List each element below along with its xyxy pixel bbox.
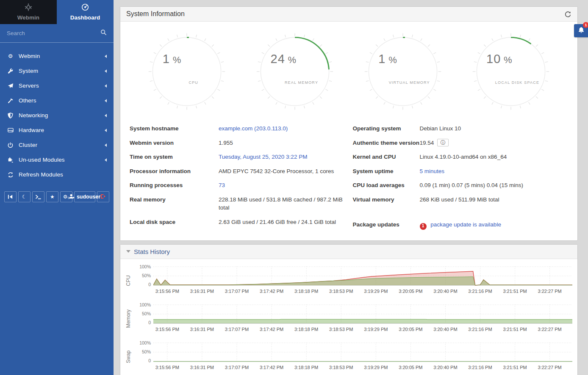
x-tick-label: 3:17:07 PM [225, 327, 249, 332]
search-input[interactable] [7, 30, 100, 36]
tab-webmin[interactable]: Webmin [0, 0, 57, 24]
refresh-icon[interactable] [564, 11, 571, 18]
x-tick-label: 3:22:27 PM [538, 289, 562, 294]
x-tick-label: 3:22:27 PM [538, 327, 562, 332]
info-row-os: Operating system Debian Linux 10 [353, 121, 571, 136]
notifications-button[interactable]: 1 [574, 24, 588, 37]
caret-left-icon [105, 158, 107, 162]
x-tick-label: 3:18:53 PM [329, 365, 353, 370]
sidebar-item-others[interactable]: Others [0, 93, 114, 108]
power-icon [7, 142, 14, 148]
tab-dashboard[interactable]: Dashboard [57, 0, 114, 24]
info-row-hostname: System hostname example.com (203.0.113.0… [130, 121, 348, 136]
info-row-theme-version: Authentic theme version 19.54 ⓘ [353, 136, 571, 150]
paper-plane-icon [7, 83, 14, 89]
x-tick-label: 3:18:18 PM [294, 365, 318, 370]
puzzle-icon [7, 157, 14, 163]
stats-history-header[interactable]: Stats History [120, 245, 577, 259]
gauge-real-memory-label: REAL MEMORY [285, 80, 318, 85]
dashboard-gauge-icon [81, 3, 89, 13]
x-tick-label: 3:20:05 PM [399, 365, 422, 370]
x-tick-label: 3:20:40 PM [433, 365, 457, 370]
gauge-local-disk-space-label: LOCAL DISK SPACE [495, 80, 539, 85]
wrench-icon [7, 68, 14, 74]
page-title: System Information [126, 10, 564, 18]
sidebar-menu: ⚙ Webmin System Servers Others [0, 49, 114, 182]
memory-axis-label: Memory [125, 309, 131, 328]
tab-webmin-label: Webmin [17, 14, 39, 21]
sidebar-item-refresh-modules[interactable]: Refresh Modules [0, 167, 114, 182]
terminal-button[interactable] [32, 191, 44, 202]
caret-left-icon [105, 69, 107, 73]
x-tick-label: 3:18:53 PM [329, 327, 353, 332]
uptime-link[interactable]: 5 minutes [420, 167, 571, 176]
swap-x-axis: 3:15:56 PM3:16:31 PM3:17:07 PM3:17:42 PM… [153, 365, 572, 372]
x-tick-label: 3:22:27 PM [538, 365, 562, 370]
x-tick-label: 3:19:29 PM [364, 327, 388, 332]
x-tick-label: 3:15:56 PM [155, 365, 179, 370]
x-tick-label: 3:21:51 PM [503, 365, 527, 370]
memory-x-axis: 3:15:56 PM3:16:31 PM3:17:07 PM3:17:42 PM… [153, 327, 572, 334]
info-row-webmin-version: Webmin version 1.955 [130, 136, 348, 150]
info-row-kernel: Kernel and CPU Linux 4.19.0-10-amd64 on … [353, 150, 571, 164]
night-mode-button[interactable]: ☾ [18, 191, 31, 202]
caret-down-icon [126, 250, 130, 253]
sidebar-tabs: Webmin Dashboard [0, 0, 114, 24]
favorites-button[interactable]: ★ [46, 191, 58, 202]
caret-left-icon [105, 143, 107, 147]
notification-count-badge: 1 [583, 22, 588, 28]
sidebar-item-cluster[interactable]: Cluster [0, 138, 114, 152]
system-information-panel: System Information 1 % CPU 24 % REAL MEM… [120, 6, 578, 241]
search-icon[interactable] [100, 29, 107, 37]
shield-icon [7, 113, 14, 119]
sidebar-item-networking[interactable]: Networking [0, 108, 114, 123]
user-button[interactable]: sudouser [74, 191, 95, 202]
info-row-running-processes: Running processes 73 [130, 178, 348, 193]
time-link[interactable]: Tuesday, August 25, 2020 3:22 PM [219, 153, 348, 161]
stats-charts: CPU 100% 50% 0 3:15:56 PM3:16:31 PM3:17:… [120, 259, 577, 375]
main-content: System Information 1 % CPU 24 % REAL MEM… [114, 0, 588, 375]
x-tick-label: 3:20:05 PM [399, 327, 422, 332]
package-updates-link[interactable]: package update is available [430, 221, 501, 228]
x-tick-label: 3:16:31 PM [190, 327, 214, 332]
gauge-virtual-memory-label: VIRTUAL MEMORY [389, 80, 430, 85]
caret-left-icon [105, 84, 107, 88]
hostname-link[interactable]: example.com (203.0.113.0) [219, 124, 348, 133]
sidebar-item-system[interactable]: System [0, 63, 114, 78]
sidebar-item-unused-modules[interactable]: Un-used Modules [0, 152, 114, 167]
x-tick-label: 3:17:07 PM [225, 289, 249, 294]
collapse-sidebar-button[interactable] [4, 191, 17, 202]
x-tick-label: 3:20:05 PM [399, 289, 422, 294]
gauge-virtual-memory: 1 % VIRTUAL MEMORY [362, 31, 444, 112]
sidebar: Webmin Dashboard ⚙ Webmin [0, 0, 114, 375]
x-tick-label: 3:15:56 PM [155, 327, 179, 332]
logout-button[interactable] [97, 191, 109, 202]
info-row-load-averages: CPU load averages 0.09 (1 min) 0.07 (5 m… [353, 178, 571, 193]
sidebar-item-webmin[interactable]: ⚙ Webmin [0, 49, 114, 63]
x-tick-label: 3:21:51 PM [503, 327, 527, 332]
x-tick-label: 3:20:40 PM [433, 289, 457, 294]
sidebar-footer: ☾ ★ ⚙₀ sudouser [0, 191, 114, 202]
x-tick-label: 3:16:31 PM [190, 289, 214, 294]
gear-icon: ⚙ [7, 53, 14, 59]
info-row-real-memory: Real memory 228.18 MiB used / 531.8 MiB … [130, 193, 348, 215]
sidebar-search [0, 24, 114, 43]
caret-left-icon [105, 114, 107, 117]
x-tick-label: 3:21:16 PM [468, 327, 492, 332]
tab-dashboard-label: Dashboard [70, 14, 100, 21]
processes-link[interactable]: 73 [219, 181, 348, 190]
sync-icon [7, 172, 14, 178]
sidebar-item-hardware[interactable]: Hardware [0, 123, 114, 138]
gauge-local-disk-space: 10 % LOCAL DISK SPACE [470, 31, 552, 112]
cpu-x-axis: 3:15:56 PM3:16:31 PM3:17:07 PM3:17:42 PM… [153, 289, 572, 296]
star-icon: ★ [50, 194, 55, 199]
hammer-icon [7, 98, 14, 104]
user-icon [69, 194, 75, 200]
theme-info-button[interactable]: ⓘ [437, 139, 449, 146]
gauge-cpu: 1 % CPU [146, 31, 227, 112]
bell-icon [578, 27, 585, 35]
sidebar-item-servers[interactable]: Servers [0, 78, 114, 93]
info-row-local-disk: Local disk space 2.63 GiB used / 21.46 G… [130, 215, 348, 229]
caret-left-icon [105, 99, 107, 102]
moon-icon: ☾ [22, 194, 27, 199]
